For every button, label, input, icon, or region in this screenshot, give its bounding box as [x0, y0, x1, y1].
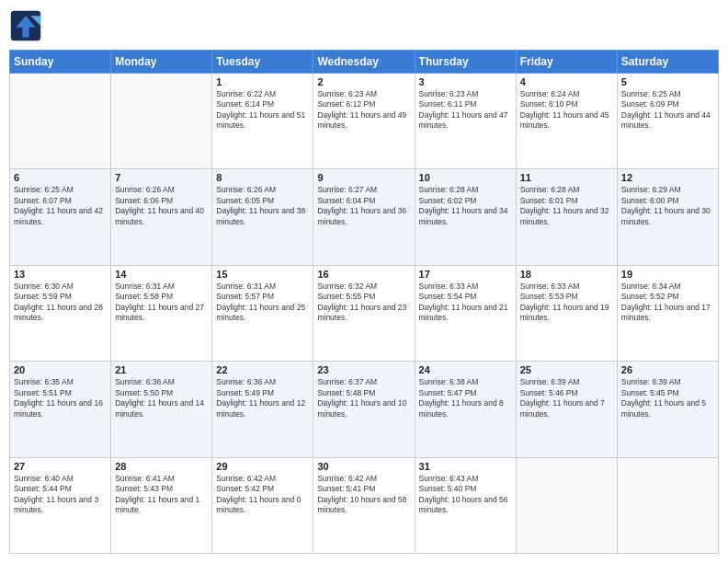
day-number: 28: [115, 461, 208, 472]
day-number: 24: [419, 364, 512, 375]
day-number: 9: [317, 172, 410, 183]
cell-info: Sunrise: 6:28 AMSunset: 6:02 PMDaylight:…: [419, 185, 512, 227]
calendar-cell: 28Sunrise: 6:41 AMSunset: 5:43 PMDayligh…: [111, 457, 212, 553]
cell-info: Sunrise: 6:26 AMSunset: 6:05 PMDaylight:…: [216, 185, 309, 227]
day-number: 19: [621, 269, 714, 280]
page: Sunday Monday Tuesday Wednesday Thursday…: [0, 0, 728, 563]
calendar-cell: 11Sunrise: 6:28 AMSunset: 6:01 PMDayligh…: [516, 169, 617, 265]
cell-info: Sunrise: 6:35 AMSunset: 5:51 PMDaylight:…: [14, 377, 107, 419]
calendar-cell: 25Sunrise: 6:39 AMSunset: 5:46 PMDayligh…: [516, 362, 617, 457]
day-number: 30: [317, 461, 410, 472]
header-sunday: Sunday: [10, 51, 111, 74]
calendar-cell: 22Sunrise: 6:36 AMSunset: 5:49 PMDayligh…: [212, 362, 313, 457]
cell-info: Sunrise: 6:26 AMSunset: 6:06 PMDaylight:…: [115, 185, 208, 227]
header-thursday: Thursday: [415, 51, 516, 74]
cell-info: Sunrise: 6:36 AMSunset: 5:49 PMDaylight:…: [216, 377, 309, 419]
day-number: 20: [14, 364, 107, 375]
calendar-cell: 2Sunrise: 6:23 AMSunset: 6:12 PMDaylight…: [313, 74, 415, 169]
calendar-cell: 13Sunrise: 6:30 AMSunset: 5:59 PMDayligh…: [10, 265, 111, 361]
day-number: 18: [520, 269, 613, 280]
cell-info: Sunrise: 6:31 AMSunset: 5:58 PMDaylight:…: [115, 282, 208, 324]
cell-info: Sunrise: 6:39 AMSunset: 5:46 PMDaylight:…: [520, 377, 613, 419]
cell-info: Sunrise: 6:33 AMSunset: 5:54 PMDaylight:…: [419, 282, 512, 324]
calendar-cell: [516, 457, 617, 553]
calendar-cell: 5Sunrise: 6:25 AMSunset: 6:09 PMDaylight…: [617, 74, 718, 169]
day-number: 15: [216, 269, 309, 280]
day-number: 21: [115, 364, 208, 375]
cell-info: Sunrise: 6:32 AMSunset: 5:55 PMDaylight:…: [317, 282, 410, 324]
day-number: 4: [520, 76, 613, 87]
calendar-cell: 17Sunrise: 6:33 AMSunset: 5:54 PMDayligh…: [415, 265, 516, 361]
logo-icon: [9, 9, 42, 42]
header: [9, 9, 719, 42]
calendar-cell: 9Sunrise: 6:27 AMSunset: 6:04 PMDaylight…: [313, 169, 415, 265]
cell-info: Sunrise: 6:42 AMSunset: 5:42 PMDaylight:…: [216, 474, 309, 516]
calendar-cell: 16Sunrise: 6:32 AMSunset: 5:55 PMDayligh…: [313, 265, 415, 361]
day-number: 13: [14, 269, 107, 280]
calendar-cell: 12Sunrise: 6:29 AMSunset: 6:00 PMDayligh…: [617, 169, 718, 265]
day-number: 26: [621, 364, 714, 375]
calendar-week-row: 20Sunrise: 6:35 AMSunset: 5:51 PMDayligh…: [10, 362, 719, 457]
calendar-cell: 6Sunrise: 6:25 AMSunset: 6:07 PMDaylight…: [10, 169, 111, 265]
cell-info: Sunrise: 6:39 AMSunset: 5:45 PMDaylight:…: [621, 377, 714, 419]
calendar-cell: 30Sunrise: 6:42 AMSunset: 5:41 PMDayligh…: [313, 457, 415, 553]
day-number: 29: [216, 461, 309, 472]
cell-info: Sunrise: 6:23 AMSunset: 6:12 PMDaylight:…: [317, 89, 410, 132]
cell-info: Sunrise: 6:41 AMSunset: 5:43 PMDaylight:…: [115, 474, 208, 516]
day-number: 1: [216, 76, 309, 87]
cell-info: Sunrise: 6:22 AMSunset: 6:14 PMDaylight:…: [216, 89, 309, 132]
day-number: 23: [317, 364, 410, 375]
cell-info: Sunrise: 6:25 AMSunset: 6:09 PMDaylight:…: [621, 89, 714, 132]
calendar-cell: [617, 457, 718, 553]
day-number: 8: [216, 172, 309, 183]
calendar-cell: 18Sunrise: 6:33 AMSunset: 5:53 PMDayligh…: [516, 265, 617, 361]
header-wednesday: Wednesday: [313, 51, 415, 74]
header-monday: Monday: [111, 51, 212, 74]
calendar-cell: 15Sunrise: 6:31 AMSunset: 5:57 PMDayligh…: [212, 265, 313, 361]
calendar-cell: 21Sunrise: 6:36 AMSunset: 5:50 PMDayligh…: [111, 362, 212, 457]
calendar-cell: 24Sunrise: 6:38 AMSunset: 5:47 PMDayligh…: [415, 362, 516, 457]
day-number: 5: [621, 76, 714, 87]
day-number: 6: [14, 172, 107, 183]
calendar-cell: 26Sunrise: 6:39 AMSunset: 5:45 PMDayligh…: [617, 362, 718, 457]
day-number: 12: [621, 172, 714, 183]
cell-info: Sunrise: 6:36 AMSunset: 5:50 PMDaylight:…: [115, 377, 208, 419]
day-number: 10: [419, 172, 512, 183]
calendar-week-row: 13Sunrise: 6:30 AMSunset: 5:59 PMDayligh…: [10, 265, 719, 361]
day-number: 16: [317, 269, 410, 280]
calendar-cell: [111, 74, 212, 169]
day-number: 14: [115, 269, 208, 280]
cell-info: Sunrise: 6:34 AMSunset: 5:52 PMDaylight:…: [621, 282, 714, 324]
cell-info: Sunrise: 6:25 AMSunset: 6:07 PMDaylight:…: [14, 185, 107, 227]
cell-info: Sunrise: 6:28 AMSunset: 6:01 PMDaylight:…: [520, 185, 613, 227]
calendar-table: Sunday Monday Tuesday Wednesday Thursday…: [9, 50, 719, 554]
calendar-cell: 31Sunrise: 6:43 AMSunset: 5:40 PMDayligh…: [415, 457, 516, 553]
cell-info: Sunrise: 6:29 AMSunset: 6:00 PMDaylight:…: [621, 185, 714, 227]
day-number: 25: [520, 364, 613, 375]
day-number: 11: [520, 172, 613, 183]
cell-info: Sunrise: 6:31 AMSunset: 5:57 PMDaylight:…: [216, 282, 309, 324]
day-number: 22: [216, 364, 309, 375]
calendar-cell: 19Sunrise: 6:34 AMSunset: 5:52 PMDayligh…: [617, 265, 718, 361]
calendar-week-row: 1Sunrise: 6:22 AMSunset: 6:14 PMDaylight…: [10, 74, 719, 169]
calendar-cell: 8Sunrise: 6:26 AMSunset: 6:05 PMDaylight…: [212, 169, 313, 265]
day-number: 17: [419, 269, 512, 280]
calendar-cell: 10Sunrise: 6:28 AMSunset: 6:02 PMDayligh…: [415, 169, 516, 265]
cell-info: Sunrise: 6:40 AMSunset: 5:44 PMDaylight:…: [14, 474, 107, 516]
cell-info: Sunrise: 6:43 AMSunset: 5:40 PMDaylight:…: [419, 474, 512, 516]
calendar-cell: 1Sunrise: 6:22 AMSunset: 6:14 PMDaylight…: [212, 74, 313, 169]
logo: [9, 9, 46, 42]
calendar-week-row: 27Sunrise: 6:40 AMSunset: 5:44 PMDayligh…: [10, 457, 719, 553]
calendar-cell: 20Sunrise: 6:35 AMSunset: 5:51 PMDayligh…: [10, 362, 111, 457]
cell-info: Sunrise: 6:38 AMSunset: 5:47 PMDaylight:…: [419, 377, 512, 419]
day-number: 31: [419, 461, 512, 472]
day-number: 3: [419, 76, 512, 87]
day-number: 27: [14, 461, 107, 472]
cell-info: Sunrise: 6:42 AMSunset: 5:41 PMDaylight:…: [317, 474, 410, 516]
calendar-cell: [10, 74, 111, 169]
calendar-week-row: 6Sunrise: 6:25 AMSunset: 6:07 PMDaylight…: [10, 169, 719, 265]
header-saturday: Saturday: [617, 51, 718, 74]
header-tuesday: Tuesday: [212, 51, 313, 74]
calendar-cell: 7Sunrise: 6:26 AMSunset: 6:06 PMDaylight…: [111, 169, 212, 265]
day-number: 7: [115, 172, 208, 183]
